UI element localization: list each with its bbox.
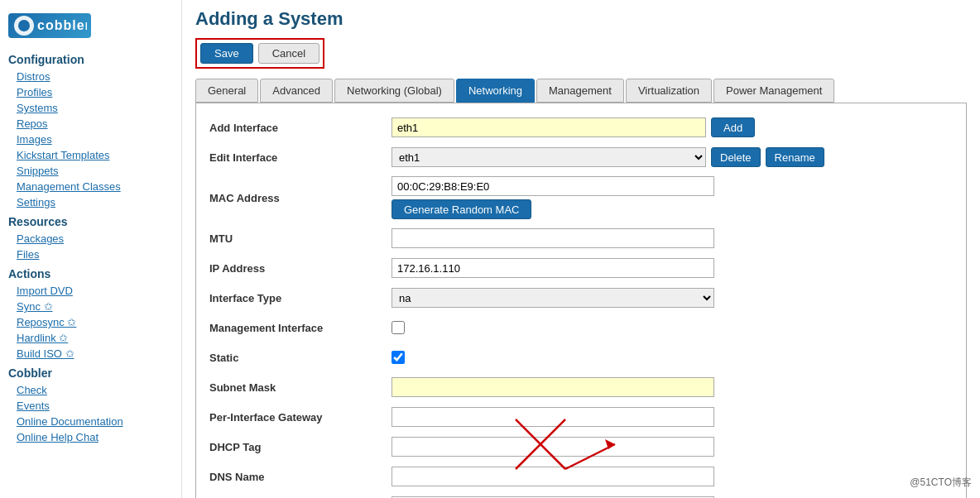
management-interface-checkbox[interactable]	[392, 321, 405, 334]
mtu-controls	[392, 228, 953, 248]
subnet-mask-row: Subnet Mask	[209, 376, 953, 398]
sidebar-item-distros[interactable]: Distros	[0, 69, 181, 84]
tab-virtualization[interactable]: Virtualization	[626, 79, 712, 103]
add-interface-input[interactable]	[392, 117, 706, 137]
sidebar-item-files[interactable]: Files	[0, 247, 181, 262]
mac-address-controls: Generate Random MAC	[392, 176, 953, 219]
logo-image: cobbler	[8, 13, 91, 38]
sidebar-item-kickstart[interactable]: Kickstart Templates	[0, 147, 181, 163]
sidebar-item-snippets[interactable]: Snippets	[0, 163, 181, 179]
sidebar-item-profiles[interactable]: Profiles	[0, 84, 181, 100]
dns-name-input[interactable]	[392, 467, 714, 486]
add-interface-row: Add Interface Add	[209, 117, 953, 138]
interface-type-select[interactable]: na	[392, 288, 714, 308]
form-area: Add Interface Add Edit Interface eth1 De…	[195, 103, 967, 498]
add-interface-button[interactable]: Add	[711, 117, 755, 137]
cancel-button[interactable]: Cancel	[258, 43, 319, 64]
ip-address-row: IP Address	[209, 257, 953, 279]
ip-address-label: IP Address	[209, 262, 392, 275]
cobbler-section: Cobbler	[0, 362, 181, 382]
dhcp-tag-controls	[392, 437, 953, 457]
static-checkbox[interactable]	[392, 351, 405, 364]
add-interface-label: Add Interface	[209, 122, 392, 134]
sidebar-item-sync[interactable]: Sync ✩	[0, 299, 181, 314]
management-interface-label: Management Interface	[209, 322, 392, 334]
gateway-input[interactable]	[392, 407, 714, 427]
edit-interface-row: Edit Interface eth1 Delete Rename	[209, 146, 953, 168]
interface-type-row: Interface Type na	[209, 287, 953, 309]
configuration-section: Configuration	[0, 48, 181, 69]
sidebar-item-repos[interactable]: Repos	[0, 116, 181, 132]
action-buttons-wrapper: Save Cancel	[195, 38, 324, 69]
dhcp-tag-row: DHCP Tag	[209, 436, 953, 457]
sidebar-item-events[interactable]: Events	[0, 398, 181, 414]
sidebar-item-systems[interactable]: Systems	[0, 100, 181, 116]
main-content: Adding a System Save Cancel General Adva…	[182, 0, 980, 498]
svg-text:cobbler: cobbler	[37, 18, 87, 32]
gateway-row: Per-Interface Gateway	[209, 406, 953, 428]
dns-name-row: DNS Name	[209, 466, 953, 487]
sidebar-item-online-docs[interactable]: Online Documentation	[0, 414, 181, 429]
logo: cobbler	[0, 7, 181, 48]
tab-advanced[interactable]: Advanced	[260, 79, 333, 103]
sidebar-item-mgmt-classes[interactable]: Management Classes	[0, 179, 181, 194]
management-interface-controls	[392, 321, 953, 334]
tab-general[interactable]: General	[195, 79, 258, 103]
mac-address-input[interactable]	[392, 176, 714, 196]
mtu-input[interactable]	[392, 228, 714, 248]
sidebar-item-build-iso[interactable]: Build ISO ✩	[0, 346, 181, 362]
dhcp-tag-label: DHCP Tag	[209, 441, 392, 453]
static-row: Static	[209, 347, 953, 368]
interface-type-label: Interface Type	[209, 292, 392, 304]
static-controls	[392, 351, 953, 364]
subnet-mask-label: Subnet Mask	[209, 381, 392, 394]
management-interface-row: Management Interface	[209, 317, 953, 338]
sidebar-item-reposync[interactable]: Reposync ✩	[0, 314, 181, 330]
sidebar-item-images[interactable]: Images	[0, 132, 181, 147]
sidebar-item-import-dvd[interactable]: Import DVD	[0, 283, 181, 299]
tab-power-management[interactable]: Power Management	[713, 79, 834, 103]
subnet-mask-controls	[392, 377, 953, 397]
edit-interface-label: Edit Interface	[209, 151, 392, 164]
rename-interface-button[interactable]: Rename	[766, 147, 824, 167]
dhcp-tag-input[interactable]	[392, 437, 714, 457]
gateway-controls	[392, 407, 953, 427]
save-button[interactable]: Save	[200, 43, 253, 64]
dns-name-label: DNS Name	[209, 471, 392, 483]
sidebar: cobbler Configuration Distros Profiles S…	[0, 0, 182, 498]
delete-interface-button[interactable]: Delete	[711, 147, 761, 167]
tab-management[interactable]: Management	[536, 79, 624, 103]
gateway-label: Per-Interface Gateway	[209, 411, 392, 424]
tab-networking-global[interactable]: Networking (Global)	[334, 79, 454, 103]
mtu-label: MTU	[209, 232, 392, 245]
add-interface-controls: Add	[392, 117, 953, 137]
sidebar-item-help-chat[interactable]: Online Help Chat	[0, 429, 181, 445]
dns-name-controls	[392, 467, 953, 486]
watermark: @51CTO博客	[910, 476, 972, 490]
edit-interface-controls: eth1 Delete Rename	[392, 147, 953, 167]
sidebar-item-settings[interactable]: Settings	[0, 194, 181, 210]
ip-address-controls	[392, 258, 953, 278]
mac-address-label: MAC Address	[209, 192, 392, 204]
mac-address-row: MAC Address Generate Random MAC	[209, 176, 953, 219]
actions-section: Actions	[0, 262, 181, 283]
static-label: Static	[209, 352, 392, 364]
sidebar-item-packages[interactable]: Packages	[0, 231, 181, 247]
generate-mac-button[interactable]: Generate Random MAC	[392, 199, 531, 219]
sidebar-item-hardlink[interactable]: Hardlink ✩	[0, 330, 181, 346]
edit-interface-select[interactable]: eth1	[392, 147, 706, 167]
sidebar-item-check[interactable]: Check	[0, 382, 181, 398]
tabs-bar: General Advanced Networking (Global) Net…	[195, 79, 967, 103]
tab-networking[interactable]: Networking	[456, 79, 535, 103]
ip-address-input[interactable]	[392, 258, 714, 278]
svg-point-1	[18, 20, 30, 31]
resources-section: Resources	[0, 210, 181, 231]
page-title: Adding a System	[195, 8, 967, 30]
mtu-row: MTU	[209, 227, 953, 249]
interface-type-controls: na	[392, 288, 953, 308]
subnet-mask-input[interactable]	[392, 377, 714, 397]
